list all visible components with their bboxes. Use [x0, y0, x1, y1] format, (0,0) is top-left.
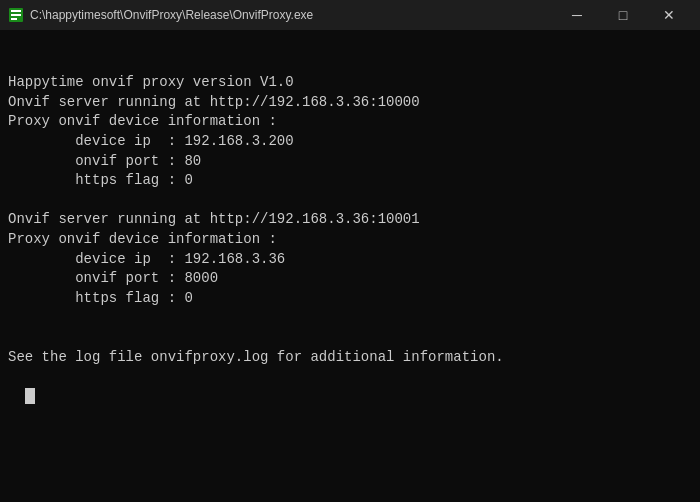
minimize-button[interactable]: ─ [554, 0, 600, 30]
console-lines: Happytime onvif proxy version V1.0Onvif … [8, 73, 692, 367]
window-title: C:\happytimesoft\OnvifProxy\Release\Onvi… [30, 8, 554, 22]
app-icon [8, 7, 24, 23]
console-line: https flag : 0 [8, 171, 692, 191]
maximize-button[interactable]: □ [600, 0, 646, 30]
cursor-blink [25, 388, 35, 404]
close-button[interactable]: ✕ [646, 0, 692, 30]
console-line: Happytime onvif proxy version V1.0 [8, 73, 692, 93]
console-line [8, 191, 692, 211]
console-line: See the log file onvifproxy.log for addi… [8, 348, 692, 368]
console-line [8, 328, 692, 348]
svg-rect-3 [11, 18, 17, 20]
svg-rect-2 [11, 14, 21, 16]
console-line: Proxy onvif device information : [8, 230, 692, 250]
console-output: Happytime onvif proxy version V1.0Onvif … [0, 30, 700, 502]
console-line: Proxy onvif device information : [8, 112, 692, 132]
svg-rect-1 [11, 10, 21, 12]
console-line: onvif port : 8000 [8, 269, 692, 289]
console-line [8, 308, 692, 328]
title-bar: C:\happytimesoft\OnvifProxy\Release\Onvi… [0, 0, 700, 30]
console-line: device ip : 192.168.3.200 [8, 132, 692, 152]
console-line: https flag : 0 [8, 289, 692, 309]
console-line: Onvif server running at http://192.168.3… [8, 210, 692, 230]
console-line: Onvif server running at http://192.168.3… [8, 93, 692, 113]
console-line: onvif port : 80 [8, 152, 692, 172]
window-controls: ─ □ ✕ [554, 0, 692, 30]
console-line: device ip : 192.168.3.36 [8, 250, 692, 270]
